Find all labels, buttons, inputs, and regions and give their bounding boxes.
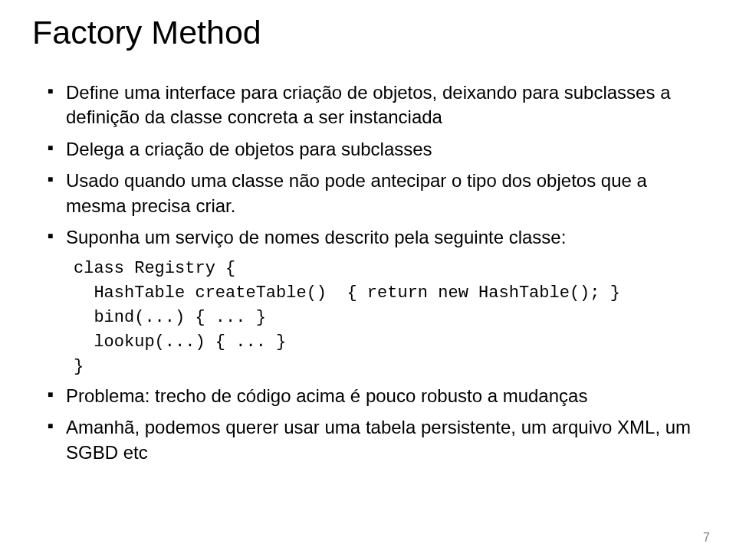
- code-line: }: [74, 355, 704, 379]
- code-block: class Registry { HashTable createTable()…: [40, 257, 704, 378]
- bullet-item: Suponha um serviço de nomes descrito pel…: [40, 225, 704, 250]
- code-line: HashTable createTable() { return new Has…: [74, 281, 704, 306]
- slide-body: Define uma interface para criação de obj…: [32, 80, 704, 465]
- code-line: lookup(...) { ... }: [74, 330, 704, 355]
- bullet-item: Define uma interface para criação de obj…: [40, 80, 704, 130]
- bullet-item: Usado quando uma classe não pode antecip…: [40, 169, 704, 218]
- bullet-item: Amanhã, podemos querer usar uma tabela p…: [40, 415, 704, 465]
- bullet-item: Problema: trecho de código acima é pouco…: [40, 384, 704, 408]
- bullet-list: Problema: trecho de código acima é pouco…: [40, 384, 704, 465]
- bullet-item: Delega a criação de objetos para subclas…: [40, 137, 704, 162]
- slide-title: Factory Method: [32, 14, 704, 51]
- page-number: 7: [703, 531, 710, 545]
- code-line: class Registry {: [74, 257, 704, 281]
- bullet-list: Define uma interface para criação de obj…: [40, 80, 704, 250]
- code-line: bind(...) { ... }: [74, 306, 704, 330]
